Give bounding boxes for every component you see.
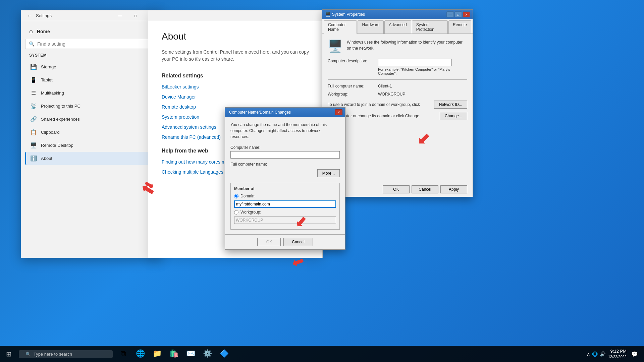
domain-radio-label: Domain: [240, 194, 256, 198]
taskbar-search[interactable]: 🔍 Type here to search [19, 350, 113, 358]
sidebar-item-label: Multitasking [41, 90, 64, 96]
network-id-button[interactable]: Network ID... [434, 101, 467, 109]
settings-sidebar: ⌂ Home 🔍 System 💾 Storage 📱 Tablet ☰ [21, 21, 161, 169]
computer-icon: 🖥️ [328, 39, 343, 53]
domain-changes-dialog: Computer Name/Domain Changes ✕ You can c… [225, 107, 345, 250]
sys-props-info-text: Windows uses the following information t… [347, 39, 467, 53]
separator [328, 79, 467, 80]
workgroup-radio-option[interactable]: Workgroup: [234, 210, 336, 215]
comp-desc-input[interactable] [378, 59, 452, 66]
dialog-cancel-button[interactable]: Cancel [283, 238, 313, 246]
back-button[interactable]: ← [24, 10, 35, 21]
taskbar-apps: ⧉ 🌐 📁 🛍️ ✉️ ⚙️ 🔷 [115, 346, 232, 362]
sys-props-cancel-button[interactable]: Cancel [412, 185, 438, 193]
sys-props-close[interactable]: ✕ [463, 11, 470, 17]
sidebar-item-label: About [41, 156, 52, 161]
workgroup-field: Workgroup: WORKGROUP [328, 92, 467, 97]
minimize-button[interactable]: — [112, 10, 128, 21]
desktop: ← Settings — □ ✕ ⌂ Home 🔍 System � [0, 0, 644, 362]
taskbar-task-view[interactable]: ⧉ [115, 346, 131, 362]
device-manager-link[interactable]: Device Manager [162, 94, 309, 100]
workgroup-radio[interactable] [234, 210, 238, 215]
taskbar-tray: ∧ 🌐 🔊 9:12 PM 12/22/2022 💬 [587, 346, 644, 362]
section-label: System [25, 52, 157, 60]
bitlocker-link[interactable]: BitLocker settings [162, 84, 309, 89]
more-button[interactable]: More... [317, 169, 340, 177]
tab-advanced[interactable]: Advanced [384, 20, 411, 34]
computer-name-input[interactable] [230, 151, 340, 159]
domain-input[interactable] [234, 200, 336, 208]
member-of-title: Member of [234, 186, 336, 191]
notification-button[interactable]: 💬 [629, 346, 640, 362]
search-input[interactable] [37, 41, 154, 47]
taskbar-explorer[interactable]: 📁 [149, 346, 165, 362]
sidebar-item-label: Storage [41, 64, 56, 69]
sidebar-item-storage[interactable]: 💾 Storage [25, 60, 157, 73]
taskbar-search-text: Type here to search [34, 352, 72, 357]
tab-system-protection[interactable]: System Protection [412, 20, 448, 34]
sys-props-title: System Properties [332, 12, 446, 17]
sidebar-item-clipboard[interactable]: 📋 Clipboard [25, 126, 157, 139]
sys-props-maximize[interactable]: □ [454, 11, 462, 17]
change-row: this computer or change its domain or cl… [328, 112, 467, 120]
page-subtitle: Some settings from Control Panel have mo… [162, 49, 309, 63]
sidebar-item-remote-desktop[interactable]: 🖥️ Remote Desktop [25, 139, 157, 152]
network-id-row: To use a wizard to join a domain or work… [328, 101, 467, 109]
full-name-label: Full computer name: [328, 84, 378, 88]
settings-window-title: Settings [36, 13, 52, 18]
show-hidden-icon[interactable]: ∧ [587, 351, 590, 357]
tab-computer-name[interactable]: Computer Name [324, 20, 357, 34]
sidebar-item-shared-experiences[interactable]: 🔗 Shared experiences [25, 113, 157, 126]
dialog-close-button[interactable]: ✕ [335, 109, 342, 115]
taskbar-store[interactable]: 🛍️ [166, 346, 182, 362]
dialog-body: You can change the name and the membersh… [225, 117, 345, 234]
change-button[interactable]: Change... [440, 112, 467, 120]
network-note: To use a wizard to join a domain or work… [328, 102, 420, 107]
start-button[interactable]: ⊞ [0, 346, 17, 362]
clock-time: 9:12 PM [608, 348, 627, 354]
shared-icon: 🔗 [30, 116, 37, 122]
clock-date: 12/22/2022 [608, 354, 627, 359]
volume-icon[interactable]: 🔊 [600, 351, 605, 357]
domain-radio[interactable] [234, 194, 238, 198]
comp-desc-label: Computer description: [328, 59, 378, 63]
related-settings-title: Related settings [162, 73, 309, 79]
taskbar-mail[interactable]: ✉️ [182, 346, 199, 362]
maximize-button[interactable]: □ [128, 10, 143, 21]
sys-props-minimize[interactable]: — [446, 11, 454, 17]
full-name-value: Client-1 [378, 84, 467, 88]
sidebar-item-multitasking[interactable]: ☰ Multitasking [25, 86, 157, 100]
dialog-ok-button[interactable]: OK [257, 238, 281, 246]
dialog-titlebar: Computer Name/Domain Changes ✕ [225, 108, 345, 117]
settings-titlebar: ← Settings — □ ✕ [21, 10, 161, 21]
search-box[interactable]: 🔍 [25, 39, 157, 49]
tray-icons: ∧ 🌐 🔊 [587, 351, 605, 357]
clock[interactable]: 9:12 PM 12/22/2022 [608, 348, 627, 360]
clipboard-icon: 📋 [30, 129, 37, 135]
remote-desktop-icon: 🖥️ [30, 142, 37, 148]
taskbar-settings[interactable]: ⚙️ [199, 346, 215, 362]
taskbar-app-extra[interactable]: 🔷 [216, 346, 232, 362]
settings-sidebar-content: ⌂ Home 🔍 System 💾 Storage 📱 Tablet ☰ [21, 21, 161, 258]
sys-props-info-row: 🖥️ Windows uses the following informatio… [328, 39, 467, 53]
workgroup-radio-label: Workgroup: [240, 210, 261, 215]
computer-name-label: Computer name: [230, 145, 340, 150]
sidebar-item-projecting[interactable]: 📡 Projecting to this PC [25, 100, 157, 113]
sidebar-item-about[interactable]: ℹ️ About [25, 152, 157, 165]
projecting-icon: 📡 [30, 103, 37, 109]
home-nav-item[interactable]: ⌂ Home [25, 25, 157, 38]
search-icon: 🔍 [29, 41, 35, 47]
sys-props-apply-button[interactable]: Apply [440, 185, 467, 193]
sidebar-item-tablet[interactable]: 📱 Tablet [25, 73, 157, 86]
network-icon[interactable]: 🌐 [592, 351, 598, 357]
page-title: About [162, 31, 309, 42]
search-icon: 🔍 [25, 352, 31, 357]
tablet-icon: 📱 [30, 77, 37, 83]
main-titlebar [148, 10, 322, 21]
tab-hardware[interactable]: Hardware [358, 20, 384, 34]
taskbar-edge[interactable]: 🌐 [132, 346, 148, 362]
tab-remote[interactable]: Remote [448, 20, 471, 34]
sidebar-item-label: Tablet [41, 77, 53, 82]
domain-radio-option[interactable]: Domain: [234, 194, 336, 198]
sys-props-ok-button[interactable]: OK [383, 185, 410, 193]
